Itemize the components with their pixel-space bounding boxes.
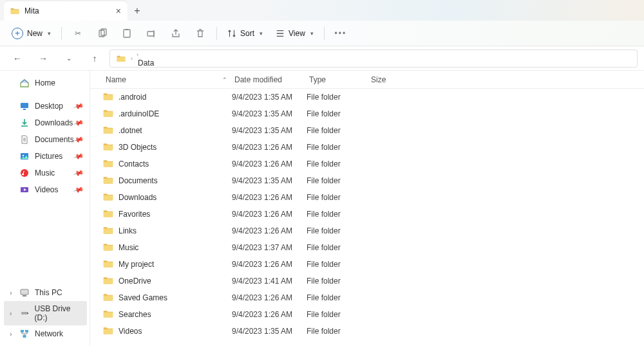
svg-rect-2: [124, 30, 130, 37]
file-name: Links: [118, 226, 137, 235]
view-label: View: [289, 29, 305, 38]
file-row[interactable]: Music9/4/2023 1:37 AMFile folder: [90, 239, 644, 256]
pin-icon: 📌: [73, 167, 85, 179]
file-date: 9/4/2023 1:35 AM: [232, 109, 307, 118]
svg-rect-3: [126, 29, 128, 30]
active-tab[interactable]: Mita ×: [4, 1, 128, 21]
delete-button[interactable]: [189, 24, 211, 43]
folder-icon: [117, 54, 126, 63]
sidebar-item-downloads[interactable]: Downloads📌: [4, 114, 87, 131]
sidebar-label: Downloads: [35, 118, 73, 127]
sort-button[interactable]: Sort ▾: [222, 24, 268, 43]
file-name: .arduinoIDE: [118, 109, 159, 118]
svg-rect-13: [21, 312, 28, 314]
chevron-right-icon[interactable]: ›: [135, 51, 140, 58]
chevron-down-icon: ▾: [260, 30, 263, 37]
file-date: 9/4/2023 1:35 AM: [232, 126, 307, 135]
sidebar-item-home[interactable]: Home: [4, 75, 87, 91]
home-icon: [19, 78, 30, 88]
sidebar-tree-item[interactable]: ›USB Drive (D:): [4, 301, 87, 325]
file-row[interactable]: Downloads9/4/2023 1:26 AMFile folder: [90, 189, 644, 206]
file-row[interactable]: Videos9/4/2023 1:35 AMFile folder: [90, 323, 644, 340]
nav-row: ← → ⌄ ↑ › USB Drive (D:)›FileHistory›DES…: [0, 46, 644, 71]
breadcrumb-root[interactable]: [114, 54, 128, 63]
breadcrumb-item[interactable]: Data: [135, 59, 214, 68]
sidebar-tree-item[interactable]: ›This PC: [4, 284, 87, 301]
file-name: Searches: [118, 310, 151, 319]
close-tab-icon[interactable]: ×: [116, 6, 121, 16]
recent-dropdown[interactable]: ⌄: [58, 49, 80, 68]
sidebar-item-documents[interactable]: Documents📌: [4, 131, 87, 148]
file-row[interactable]: Contacts9/4/2023 1:26 AMFile folder: [90, 156, 644, 172]
file-row[interactable]: Links9/4/2023 1:26 AMFile folder: [90, 223, 644, 239]
file-date: 9/4/2023 1:26 AM: [232, 226, 307, 235]
svg-rect-4: [147, 32, 154, 36]
breadcrumb-bar[interactable]: › USB Drive (D:)›FileHistory›DESKTOP-7GC…: [109, 50, 638, 68]
folder-icon: [103, 209, 113, 220]
separator: [324, 27, 325, 40]
svg-rect-17: [23, 335, 26, 338]
file-date: 9/4/2023 1:37 AM: [232, 243, 307, 252]
file-row[interactable]: Searches9/4/2023 1:26 AMFile folder: [90, 306, 644, 323]
plus-circle-icon: +: [12, 28, 23, 39]
file-type: File folder: [307, 193, 368, 202]
folder-icon: [103, 92, 113, 103]
chevron-right-icon[interactable]: ›: [8, 289, 14, 296]
chevron-right-icon[interactable]: ›: [8, 331, 14, 338]
view-button[interactable]: View ▾: [270, 24, 319, 43]
file-row[interactable]: Saved Games9/4/2023 1:26 AMFile folder: [90, 289, 644, 306]
folder-icon: [103, 276, 113, 287]
back-button[interactable]: ←: [6, 49, 28, 68]
sidebar-label: Videos: [35, 185, 58, 194]
sidebar-tree-item[interactable]: ›Network: [4, 325, 87, 342]
sidebar-label: Pictures: [35, 152, 62, 161]
share-button[interactable]: [165, 24, 187, 43]
file-list: Name⌃ Date modified Type Size .android9/…: [90, 71, 644, 346]
sidebar-label: Desktop: [35, 102, 63, 111]
up-button[interactable]: ↑: [84, 49, 106, 68]
cut-button[interactable]: ✂: [67, 24, 89, 43]
sidebar-item-desktop[interactable]: Desktop📌: [4, 98, 87, 114]
file-date: 9/4/2023 1:26 AM: [232, 260, 307, 269]
file-name: Music: [118, 243, 138, 252]
chevron-right-icon[interactable]: ›: [8, 310, 14, 317]
file-row[interactable]: OneDrive9/4/2023 1:41 AMFile folder: [90, 273, 644, 289]
file-row[interactable]: Favorites9/4/2023 1:26 AMFile folder: [90, 206, 644, 223]
new-tab-button[interactable]: +: [128, 1, 147, 21]
network-icon: [19, 329, 30, 339]
paste-button[interactable]: [116, 24, 138, 43]
file-type: File folder: [307, 210, 368, 219]
file-row[interactable]: My project9/4/2023 1:26 AMFile folder: [90, 256, 644, 273]
folder-icon: [103, 259, 113, 270]
file-row[interactable]: 3D Objects9/4/2023 1:26 AMFile folder: [90, 139, 644, 156]
sidebar-item-videos[interactable]: Videos📌: [4, 181, 87, 198]
header-date[interactable]: Date modified: [232, 75, 307, 84]
rename-button[interactable]: [140, 24, 162, 43]
forward-button[interactable]: →: [32, 49, 54, 68]
file-row[interactable]: .dotnet9/4/2023 1:35 AMFile folder: [90, 122, 644, 139]
pin-icon: 📌: [73, 150, 85, 162]
copy-button[interactable]: [91, 24, 113, 43]
sidebar-item-music[interactable]: Music📌: [4, 165, 87, 181]
svg-rect-6: [23, 109, 26, 110]
tab-title: Mita: [24, 6, 111, 15]
file-row[interactable]: .arduinoIDE9/4/2023 1:35 AMFile folder: [90, 105, 644, 122]
svg-rect-11: [21, 289, 28, 295]
file-row[interactable]: .android9/4/2023 1:35 AMFile folder: [90, 89, 644, 105]
header-type[interactable]: Type: [307, 75, 368, 84]
pictures-icon: [19, 151, 30, 161]
more-button[interactable]: •••: [330, 24, 352, 43]
file-row[interactable]: Documents9/4/2023 1:35 AMFile folder: [90, 172, 644, 189]
new-button[interactable]: + New ▾: [6, 24, 56, 43]
pin-icon: 📌: [73, 134, 85, 145]
pin-icon: 📌: [73, 100, 85, 112]
file-date: 9/4/2023 1:26 AM: [232, 310, 307, 319]
file-date: 9/4/2023 1:26 AM: [232, 210, 307, 219]
svg-rect-15: [21, 330, 24, 332]
header-name[interactable]: Name⌃: [103, 75, 232, 84]
header-size[interactable]: Size: [368, 75, 407, 84]
documents-icon: [19, 134, 30, 145]
chevron-right-icon[interactable]: ›: [129, 55, 134, 62]
usb-icon: [19, 308, 30, 318]
sidebar-item-pictures[interactable]: Pictures📌: [4, 148, 87, 165]
